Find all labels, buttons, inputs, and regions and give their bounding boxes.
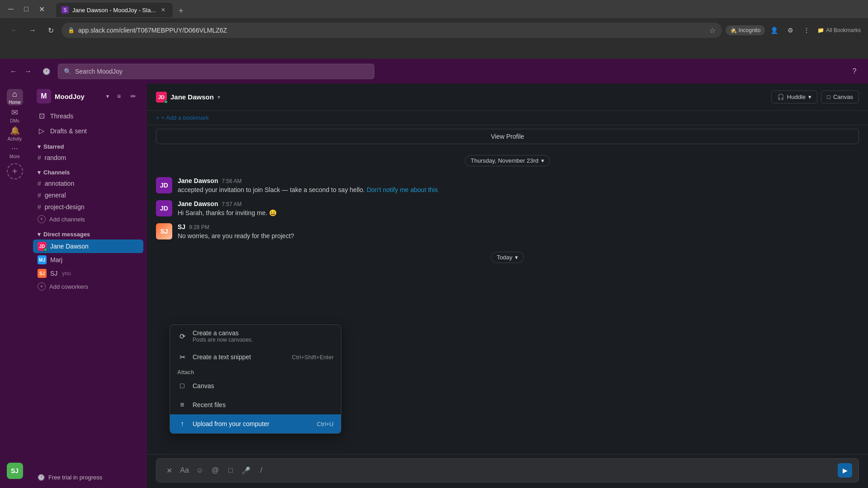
back-button[interactable]: ←: [7, 23, 22, 38]
activity-nav-button[interactable]: 🔔 Activity: [7, 125, 23, 141]
forward-button[interactable]: →: [25, 23, 40, 38]
new-tab-button[interactable]: +: [175, 5, 187, 17]
channel-header-left: JD Jane Dawson ▾: [156, 92, 766, 103]
forward-nav-button[interactable]: →: [22, 65, 34, 78]
dms-nav-button[interactable]: ✉ DMs: [7, 107, 23, 123]
sidebar-dm-jane[interactable]: JD Jane Dawson: [33, 239, 143, 253]
mention-button[interactable]: @: [209, 464, 222, 477]
marj-avatar: MJ: [38, 255, 47, 264]
recent-files-item[interactable]: ≡ Recent files: [170, 395, 341, 414]
free-trial-button[interactable]: 🕐 Free trial in progress: [33, 470, 143, 484]
maximize-button[interactable]: □: [20, 3, 33, 15]
free-trial-label: Free trial in progress: [48, 474, 102, 481]
add-channels-button[interactable]: + Add channels: [33, 213, 143, 225]
view-profile-button[interactable]: View Profile: [156, 129, 859, 144]
dm-section-header[interactable]: ▾ Direct messages: [33, 229, 143, 239]
tab-close-button[interactable]: ✕: [159, 6, 167, 14]
send-button[interactable]: ▶: [838, 463, 852, 478]
create-snippet-item[interactable]: ✂ Create a text snippet Ctrl+Shift+Enter: [170, 347, 341, 366]
menu-button[interactable]: ⋮: [799, 23, 814, 38]
message-author-2: Jane Dawson: [178, 200, 218, 207]
snippet-shortcut: Ctrl+Shift+Enter: [292, 354, 334, 361]
sidebar-channel-random[interactable]: # random: [33, 152, 143, 164]
lock-icon: 🔒: [68, 27, 75, 33]
refresh-button[interactable]: ↻: [43, 23, 58, 38]
canvas-label: Canvas: [833, 94, 853, 100]
browser-actions: 🕵 Incognito 👤 ⚙ ⋮: [726, 23, 814, 38]
sidebar-channel-annotation[interactable]: # annotation: [33, 178, 143, 189]
incognito-label: Incognito: [739, 27, 761, 33]
address-bar[interactable]: 🔒 app.slack.com/client/T067MEBPPUY/D066V…: [61, 23, 722, 38]
dm-chevron-icon: ▾: [38, 231, 41, 238]
incognito-icon: 🕵: [730, 27, 737, 33]
recent-files-icon: ≡: [177, 400, 187, 410]
today-badge[interactable]: Today ▾: [491, 252, 524, 263]
profile-button[interactable]: 👤: [767, 23, 781, 38]
help-button[interactable]: ?: [848, 65, 861, 78]
canvas-icon: □: [827, 94, 830, 100]
add-bookmark-label: + Add a bookmark: [161, 114, 209, 121]
history-button[interactable]: 🕐: [40, 65, 52, 78]
url-text: app.slack.com/client/T067MEBPPUY/D066VLM…: [78, 27, 706, 34]
hash-icon: #: [38, 203, 41, 211]
message-text-1: accepted your invitation to join Slack —…: [178, 185, 859, 195]
canvas-attach-item[interactable]: □ Canvas: [170, 376, 341, 395]
search-bar[interactable]: 🔍 Search MoodJoy: [58, 64, 374, 79]
active-tab[interactable]: S Jane Dawson - MoodJoy - Sla... ✕: [56, 3, 173, 17]
channel-random-label: random: [45, 154, 66, 161]
attachment-dropdown-menu: ⟳ Create a canvas Posts are now canvases…: [170, 324, 341, 434]
format-button[interactable]: Aa: [178, 464, 191, 477]
sidebar-dm-marj[interactable]: MJ Marj: [33, 253, 143, 267]
video-button[interactable]: □: [224, 464, 237, 477]
huddle-chevron-icon: ▾: [808, 94, 811, 100]
user-avatar-strip[interactable]: SJ: [7, 463, 23, 479]
channels-section-header[interactable]: ▾ Channels: [33, 167, 143, 178]
message-time-2: 7:57 AM: [222, 201, 241, 207]
channel-dropdown-icon[interactable]: ▾: [217, 94, 220, 100]
channel-general-label: general: [45, 192, 66, 199]
bookmark-star-icon[interactable]: ☆: [709, 26, 716, 35]
compose-button[interactable]: ✏: [127, 90, 140, 103]
plus-icon: +: [156, 114, 160, 121]
sidebar-item-threads[interactable]: ⊡ Threads: [33, 109, 143, 123]
sidebar-channel-general[interactable]: # general: [33, 189, 143, 201]
close-window-button[interactable]: ✕: [35, 3, 48, 15]
canvas-button[interactable]: □ Canvas: [821, 90, 859, 103]
emoji-button[interactable]: ☺: [193, 464, 206, 477]
add-workspace-button[interactable]: +: [7, 163, 23, 179]
mic-button[interactable]: 🎤: [240, 464, 252, 477]
channel-project-design-label: project-design: [45, 203, 85, 211]
upload-computer-item[interactable]: ↑ Upload from your computer Ctrl+U: [170, 414, 341, 433]
channel-annotation-label: annotation: [45, 180, 74, 187]
create-canvas-item[interactable]: ⟳ Create a canvas Posts are now canvases…: [170, 325, 341, 347]
sidebar-item-drafts[interactable]: ▷ Drafts & sent: [33, 124, 143, 138]
input-close-button[interactable]: ✕: [163, 464, 175, 477]
add-bookmark-button[interactable]: + + Add a bookmark: [156, 114, 209, 121]
more-nav-button[interactable]: ··· More: [7, 143, 23, 160]
sidebar-channel-project-design[interactable]: # project-design: [33, 201, 143, 213]
today-divider: Today ▾: [156, 252, 859, 263]
sidebar-dm-sj[interactable]: SJ SJ you: [33, 267, 143, 280]
filter-button[interactable]: ≡: [113, 90, 125, 103]
code-button[interactable]: /: [255, 464, 268, 477]
dms-label: DMs: [10, 118, 19, 123]
drafts-label: Drafts & sent: [50, 127, 87, 135]
message-author-1: Jane Dawson: [178, 177, 218, 184]
minimize-button[interactable]: ─: [5, 3, 17, 15]
bookmarks-bar-button[interactable]: 📁 All Bookmarks: [817, 27, 861, 33]
sj-avatar: SJ: [38, 269, 47, 278]
date-badge[interactable]: Thursday, November 23rd ▾: [465, 155, 550, 166]
huddle-button[interactable]: 🎧 Huddle ▾: [771, 90, 817, 103]
starred-section-header[interactable]: ▾ Starred: [33, 141, 143, 152]
sidebar-header-actions: ≡ ✏: [113, 90, 140, 103]
back-nav-button[interactable]: ←: [7, 65, 20, 78]
toolbar-nav: ← →: [7, 65, 34, 78]
home-nav-button[interactable]: ⌂ Home: [7, 89, 23, 105]
hash-icon: #: [38, 154, 41, 161]
message-link-1[interactable]: Don't notify me about this: [367, 186, 438, 193]
add-channels-label: Add channels: [49, 216, 85, 223]
extensions-button[interactable]: ⚙: [783, 23, 797, 38]
starred-section-label: Starred: [43, 143, 64, 150]
message-text-3: No worries, are you ready for the projec…: [178, 231, 859, 241]
add-coworkers-button[interactable]: + Add coworkers: [33, 280, 143, 293]
